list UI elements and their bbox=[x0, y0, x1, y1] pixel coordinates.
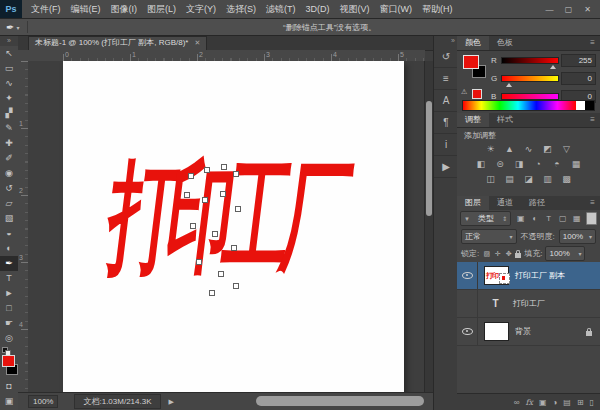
selective-color-icon[interactable]: ▩ bbox=[559, 173, 575, 186]
path-anchor-point[interactable] bbox=[220, 191, 226, 197]
gradient-map-icon[interactable]: ▥ bbox=[540, 173, 556, 186]
hue-saturation-icon[interactable]: ◧ bbox=[473, 158, 489, 171]
menu-item-9[interactable]: 窗口(W) bbox=[375, 3, 418, 16]
tab-close-icon[interactable]: ✕ bbox=[194, 37, 200, 50]
pen-tool[interactable]: ✒ bbox=[0, 256, 18, 271]
brush-tool[interactable]: ✐ bbox=[0, 151, 18, 166]
channel-value[interactable]: 0 bbox=[561, 72, 596, 85]
filter-shape-layers-icon[interactable]: ▢ bbox=[556, 212, 569, 225]
path-anchor-point[interactable] bbox=[184, 192, 190, 198]
move-tool[interactable]: ↖ bbox=[0, 46, 18, 61]
vibrance-icon[interactable]: ▽ bbox=[559, 143, 575, 156]
actions-panel-icon[interactable]: ▶ bbox=[434, 156, 458, 178]
slider-thumb-icon[interactable] bbox=[506, 83, 512, 87]
menu-item-3[interactable]: 图层(L) bbox=[142, 3, 181, 16]
add-layer-mask-icon[interactable]: ▣ bbox=[539, 398, 547, 407]
toolbar-collapse-button[interactable]: » bbox=[0, 36, 18, 46]
eraser-tool[interactable]: ▱ bbox=[0, 196, 18, 211]
path-anchor-point[interactable] bbox=[212, 231, 218, 237]
black-white-icon[interactable]: ◨ bbox=[511, 158, 527, 171]
menu-item-1[interactable]: 编辑(E) bbox=[66, 3, 106, 16]
zoom-tool[interactable]: ◎ bbox=[0, 331, 18, 346]
path-anchor-point[interactable] bbox=[202, 197, 208, 203]
hand-tool[interactable]: ☛ bbox=[0, 316, 18, 331]
channel-mixer-icon[interactable]: ◓ bbox=[549, 158, 565, 171]
path-anchor-point[interactable] bbox=[196, 259, 202, 265]
path-anchor-point[interactable] bbox=[218, 271, 224, 277]
zoom-level-field[interactable]: 100% bbox=[28, 395, 58, 408]
character-panel-icon[interactable]: A bbox=[434, 90, 458, 112]
layer-row[interactable]: T打印工厂 bbox=[457, 290, 600, 318]
properties-panel-icon[interactable]: ≡ bbox=[434, 68, 458, 90]
quick-selection-tool[interactable]: ✦ bbox=[0, 91, 18, 106]
delete-layer-icon[interactable]: ▯ bbox=[590, 398, 594, 407]
layer-visibility-toggle[interactable] bbox=[457, 290, 478, 317]
panel-menu-icon[interactable]: ≡ bbox=[590, 196, 600, 210]
crop-tool[interactable]: ▞ bbox=[0, 106, 18, 121]
layer-row[interactable]: 背景 bbox=[457, 318, 600, 346]
menu-item-6[interactable]: 滤镜(T) bbox=[261, 3, 301, 16]
channel-slider[interactable] bbox=[501, 93, 559, 100]
tab-adjustments[interactable]: 调整 bbox=[457, 113, 489, 127]
filter-adjustment-layers-icon[interactable]: ◐ bbox=[528, 212, 541, 225]
filter-type-select[interactable]: ▼ 类型 ⇕ bbox=[460, 211, 511, 226]
photo-filter-icon[interactable]: ◔ bbox=[530, 158, 546, 171]
filter-type-layers-icon[interactable]: T bbox=[542, 212, 555, 225]
current-tool-icon[interactable]: ✒ bbox=[6, 22, 14, 33]
posterize-icon[interactable]: ▤ bbox=[502, 173, 518, 186]
menu-item-5[interactable]: 选择(S) bbox=[221, 3, 261, 16]
horizontal-scrollbar-thumb[interactable] bbox=[256, 396, 424, 406]
path-anchor-point[interactable] bbox=[221, 164, 227, 170]
lock-all-icon[interactable] bbox=[515, 253, 521, 258]
layer-filter-toggle[interactable] bbox=[586, 212, 597, 225]
path-anchor-point[interactable] bbox=[209, 290, 215, 296]
clone-stamp-tool[interactable]: ◉ bbox=[0, 166, 18, 181]
menu-item-0[interactable]: 文件(F) bbox=[26, 3, 66, 16]
new-adjustment-layer-icon[interactable]: ◑ bbox=[552, 398, 557, 407]
vertical-scrollbar[interactable] bbox=[424, 61, 433, 393]
panel-foreground-swatch[interactable] bbox=[463, 55, 479, 69]
filter-pixel-layers-icon[interactable]: ▣ bbox=[514, 212, 527, 225]
exposure-icon[interactable]: ◩ bbox=[540, 143, 556, 156]
lock-position-icon[interactable]: ✥ bbox=[504, 248, 513, 259]
color-balance-icon[interactable]: ⊜ bbox=[492, 158, 508, 171]
dodge-tool[interactable]: ◐ bbox=[0, 241, 18, 256]
menu-item-7[interactable]: 3D(D) bbox=[301, 4, 335, 14]
path-anchor-point[interactable] bbox=[233, 283, 239, 289]
canvas[interactable]: 打印工厂 bbox=[63, 61, 404, 393]
filter-smart-objects-icon[interactable]: ▦ bbox=[570, 212, 583, 225]
dock-expand-button[interactable]: » bbox=[434, 36, 458, 46]
gamut-warning-icon[interactable]: ⚠ bbox=[461, 88, 467, 96]
document-tab[interactable]: 未标题-1 @ 100% (打印工厂 副本, RGB/8)* ✕ bbox=[28, 36, 207, 50]
tab-paths[interactable]: 路径 bbox=[521, 196, 553, 210]
blur-tool[interactable]: ◒ bbox=[0, 226, 18, 241]
tab-layers[interactable]: 图层 bbox=[457, 196, 489, 210]
layer-row[interactable]: 打印打印工厂 副本 bbox=[457, 262, 600, 290]
menu-item-4[interactable]: 文字(Y) bbox=[181, 3, 221, 16]
brightness-contrast-icon[interactable]: ☀ bbox=[483, 143, 499, 156]
menu-item-2[interactable]: 图像(I) bbox=[106, 3, 143, 16]
minimize-button[interactable]: — bbox=[543, 5, 556, 14]
lasso-tool[interactable]: ∿ bbox=[0, 76, 18, 91]
channel-value[interactable]: 255 bbox=[561, 54, 596, 67]
default-colors-icon[interactable] bbox=[2, 347, 10, 354]
foreground-color-swatch[interactable] bbox=[2, 355, 15, 367]
path-anchor-point[interactable] bbox=[204, 167, 210, 173]
type-tool[interactable]: T bbox=[0, 271, 18, 286]
levels-icon[interactable]: ▲ bbox=[502, 143, 518, 156]
layer-visibility-toggle[interactable] bbox=[457, 318, 478, 345]
layer-style-icon[interactable]: fx bbox=[525, 398, 532, 407]
path-anchor-point[interactable] bbox=[190, 223, 196, 229]
shape-tool[interactable]: □ bbox=[0, 301, 18, 316]
new-layer-icon[interactable]: ⊞ bbox=[577, 398, 584, 407]
menu-item-8[interactable]: 视图(V) bbox=[335, 3, 375, 16]
gamut-color-swatch[interactable] bbox=[472, 89, 482, 99]
panel-menu-icon[interactable]: ≡ bbox=[590, 36, 600, 50]
link-layers-icon[interactable]: ∞ bbox=[514, 398, 520, 407]
history-brush-tool[interactable]: ↺ bbox=[0, 181, 18, 196]
healing-brush-tool[interactable]: ✚ bbox=[0, 136, 18, 151]
tool-preset-caret-icon[interactable]: ▾ bbox=[16, 24, 19, 31]
info-panel-icon[interactable]: i bbox=[434, 134, 458, 156]
path-anchor-point[interactable] bbox=[188, 173, 194, 179]
path-anchor-point[interactable] bbox=[235, 206, 241, 212]
